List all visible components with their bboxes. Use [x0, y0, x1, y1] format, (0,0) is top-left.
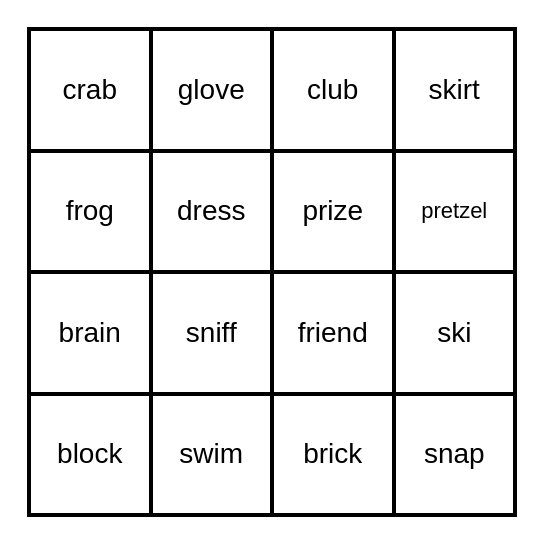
grid-cell-dress: dress	[151, 151, 273, 273]
grid-cell-ski: ski	[394, 272, 516, 394]
grid-cell-swim: swim	[151, 394, 273, 516]
grid-cell-skirt: skirt	[394, 29, 516, 151]
grid-cell-club: club	[272, 29, 394, 151]
grid-cell-frog: frog	[29, 151, 151, 273]
grid-cell-glove: glove	[151, 29, 273, 151]
grid-cell-sniff: sniff	[151, 272, 273, 394]
grid-cell-brain: brain	[29, 272, 151, 394]
word-grid: crabgloveclubskirtfrogdressprizepretzelb…	[27, 27, 517, 517]
grid-cell-brick: brick	[272, 394, 394, 516]
grid-cell-block: block	[29, 394, 151, 516]
grid-cell-crab: crab	[29, 29, 151, 151]
grid-cell-pretzel: pretzel	[394, 151, 516, 273]
grid-cell-friend: friend	[272, 272, 394, 394]
grid-cell-snap: snap	[394, 394, 516, 516]
grid-cell-prize: prize	[272, 151, 394, 273]
